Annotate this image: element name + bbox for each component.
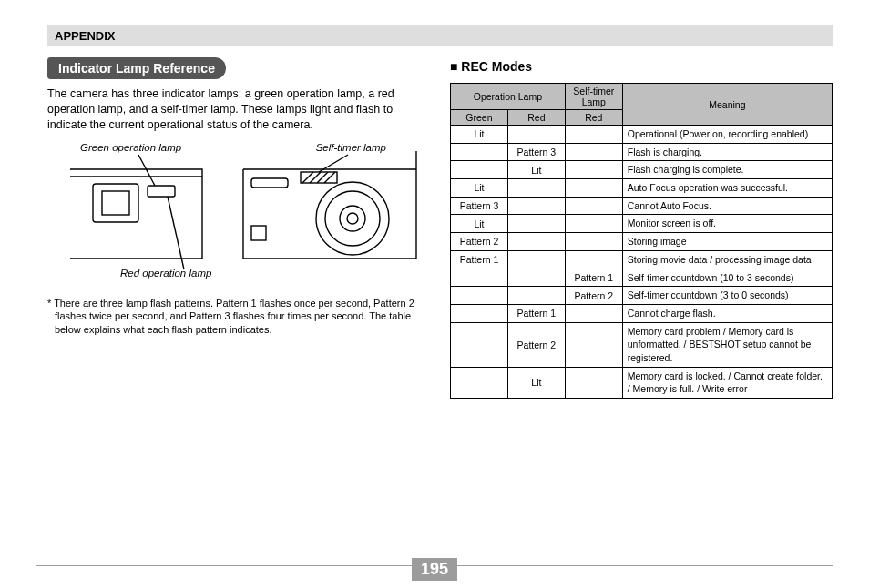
th-operation-lamp: Operation Lamp: [451, 84, 566, 110]
cell-red: [507, 197, 565, 215]
cell-green: Lit: [451, 179, 508, 198]
cell-red: Lit: [507, 367, 565, 398]
rec-modes-table: Operation Lamp Self-timer Lamp Meaning G…: [450, 83, 833, 399]
table-row: LitMonitor screen is off.: [451, 215, 833, 233]
camera-diagram: Green operation lamp Self-timer lamp Red…: [47, 142, 430, 297]
cell-red: [507, 233, 565, 251]
right-column: REC Modes Operation Lamp Self-timer Lamp…: [450, 57, 833, 399]
cell-green: Pattern 2: [451, 233, 508, 251]
th-meaning: Meaning: [622, 84, 832, 126]
cell-timer: Pattern 1: [565, 269, 622, 287]
cell-red: [507, 179, 565, 198]
cell-meaning: Flash is charging.: [622, 143, 832, 161]
cell-green: [451, 161, 508, 179]
table-row: LitMemory card is locked. / Cannot creat…: [451, 367, 833, 398]
cell-meaning: Self-timer countdown (10 to 3 seconds): [622, 269, 832, 287]
cell-meaning: Storing image: [622, 233, 832, 251]
th-green: Green: [451, 110, 508, 126]
table-row: Pattern 1Storing movie data / processing…: [451, 250, 833, 269]
cell-timer: Pattern 2: [565, 287, 622, 305]
th-self-timer-lamp: Self-timer Lamp: [565, 84, 622, 110]
cell-red: Pattern 3: [507, 143, 565, 161]
svg-point-8: [325, 191, 380, 246]
cell-timer: [565, 161, 622, 179]
table-row: LitOperational (Power on, recording enab…: [451, 126, 833, 144]
cell-red: [507, 269, 565, 287]
cell-green: [451, 269, 508, 287]
th-red: Red: [507, 110, 565, 126]
table-row: Pattern 1Self-timer countdown (10 to 3 s…: [451, 269, 833, 287]
table-row: LitAuto Focus operation was successful.: [451, 179, 833, 198]
camera-illustration-svg: [47, 142, 430, 297]
cell-red: [507, 250, 565, 269]
table-row: Pattern 1Cannot charge flash.: [451, 304, 833, 322]
cell-timer: [565, 197, 622, 215]
cell-meaning: Cannot Auto Focus.: [622, 197, 832, 215]
svg-rect-0: [93, 184, 138, 222]
cell-green: Pattern 3: [451, 197, 508, 215]
svg-point-10: [347, 213, 358, 224]
cell-timer: [565, 233, 622, 251]
intro-text: The camera has three indicator lamps: a …: [47, 86, 430, 133]
svg-point-9: [340, 206, 365, 231]
cell-meaning: Memory card problem / Memory card is unf…: [622, 322, 832, 367]
cell-timer: [565, 250, 622, 269]
cell-green: [451, 287, 508, 305]
cell-green: Lit: [451, 126, 508, 144]
cell-timer: [565, 215, 622, 233]
table-row: Pattern 2Storing image: [451, 233, 833, 251]
cell-meaning: Auto Focus operation was successful.: [622, 179, 832, 198]
cell-timer: [565, 367, 622, 398]
cell-red: [507, 126, 565, 144]
svg-point-7: [316, 182, 389, 255]
cell-meaning: Self-timer countdown (3 to 0 seconds): [622, 287, 832, 305]
section-title-pill: Indicator Lamp Reference: [47, 57, 226, 79]
cell-meaning: Flash charging is complete.: [622, 161, 832, 179]
left-column: Indicator Lamp Reference The camera has …: [47, 57, 430, 399]
table-row: Pattern 3Flash is charging.: [451, 143, 833, 161]
table-row: Pattern 2Memory card problem / Memory ca…: [451, 322, 833, 367]
cell-green: [451, 143, 508, 161]
cell-timer: [565, 143, 622, 161]
cell-green: [451, 367, 508, 398]
cell-green: [451, 304, 508, 322]
cell-red: Lit: [507, 161, 565, 179]
table-row: LitFlash charging is complete.: [451, 161, 833, 179]
cell-green: Lit: [451, 215, 508, 233]
cell-meaning: Monitor screen is off.: [622, 215, 832, 233]
cell-red: Pattern 1: [507, 304, 565, 322]
cell-meaning: Operational (Power on, recording enabled…: [622, 126, 832, 144]
svg-rect-5: [251, 178, 288, 188]
cell-red: [507, 215, 565, 233]
content-columns: Indicator Lamp Reference The camera has …: [47, 57, 833, 399]
cell-meaning: Memory card is locked. / Cannot create f…: [622, 367, 832, 398]
cell-meaning: Cannot charge flash.: [622, 304, 832, 322]
svg-rect-6: [251, 226, 266, 240]
table-row: Pattern 3Cannot Auto Focus.: [451, 197, 833, 215]
footnote: There are three lamp flash patterns. Pat…: [47, 297, 430, 338]
cell-meaning: Storing movie data / processing image da…: [622, 250, 832, 269]
svg-line-3: [138, 155, 155, 186]
cell-timer: [565, 126, 622, 144]
cell-green: Pattern 1: [451, 250, 508, 269]
cell-red: [507, 287, 565, 305]
page-number: 195: [412, 558, 457, 581]
th-red2: Red: [565, 110, 622, 126]
table-row: Pattern 2Self-timer countdown (3 to 0 se…: [451, 287, 833, 305]
cell-timer: [565, 179, 622, 198]
cell-green: [451, 322, 508, 367]
cell-timer: [565, 304, 622, 322]
svg-rect-2: [148, 186, 175, 197]
page: APPENDIX Indicator Lamp Reference The ca…: [0, 0, 869, 406]
rec-modes-heading: REC Modes: [450, 59, 833, 74]
svg-rect-1: [102, 191, 129, 215]
cell-timer: [565, 322, 622, 367]
appendix-header: APPENDIX: [47, 25, 833, 46]
cell-red: Pattern 2: [507, 322, 565, 367]
